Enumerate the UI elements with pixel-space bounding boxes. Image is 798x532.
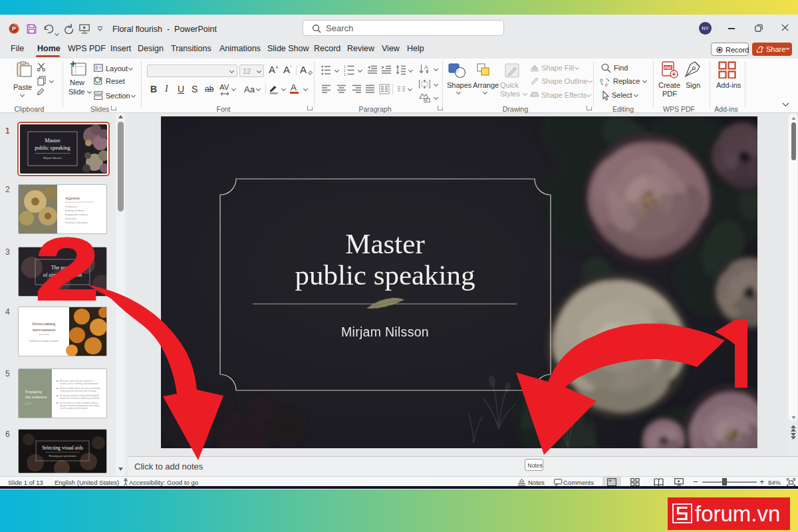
- svg-text:Selecting visual aids: Selecting visual aids: [42, 445, 83, 451]
- svg-text:Master: Master: [45, 137, 61, 144]
- svg-text:Mirjam Nilsson: Mirjam Nilsson: [43, 156, 62, 160]
- svg-text:Agenda: Agenda: [65, 196, 80, 201]
- svg-text:the audience: the audience: [25, 394, 47, 399]
- svg-text:b: b: [600, 77, 603, 83]
- svg-text:Final tips & takeaways: Final tips & takeaways: [65, 221, 88, 224]
- svg-text:Visual aids: Visual aids: [65, 217, 76, 220]
- svg-text:PDF: PDF: [664, 66, 672, 70]
- svg-text:sure the audience feel involve: sure the audience feel involved: [60, 407, 88, 410]
- svg-text:public speaking: public speaking: [35, 144, 70, 151]
- svg-text:of communication: of communication: [43, 272, 82, 278]
- svg-text:nervousness: nervousness: [33, 327, 55, 332]
- svg-text:3: 3: [344, 72, 346, 76]
- svg-text:Elevating your presentation: Elevating your presentation: [49, 455, 76, 458]
- svg-text:The power: The power: [51, 265, 74, 271]
- svg-text:responses to enhance audience: responses to enhance audience participat…: [60, 397, 100, 400]
- svg-text:Mirjam Nilsson: Mirjam Nilsson: [341, 325, 429, 339]
- svg-text:Confidence-building strategies: Confidence-building strategies: [29, 340, 59, 342]
- svg-text:Building confidence: Building confidence: [65, 209, 85, 212]
- svg-text:A: A: [424, 64, 428, 70]
- svg-text:Master: Master: [345, 228, 424, 259]
- svg-text:P: P: [12, 25, 16, 32]
- svg-text:Overcoming: Overcoming: [33, 321, 56, 327]
- svg-text:create a sense of intimacy and: create a sense of intimacy and involveme…: [60, 382, 98, 385]
- svg-text:using narratives that make you: using narratives that make your message: [60, 390, 96, 392]
- svg-text:Engaging the audience: Engaging the audience: [65, 213, 88, 216]
- svg-text:c: c: [605, 82, 608, 87]
- svg-text:public speaking: public speaking: [295, 259, 475, 291]
- svg-text:Introduction: Introduction: [65, 205, 77, 208]
- svg-text:Engaging: Engaging: [25, 389, 43, 394]
